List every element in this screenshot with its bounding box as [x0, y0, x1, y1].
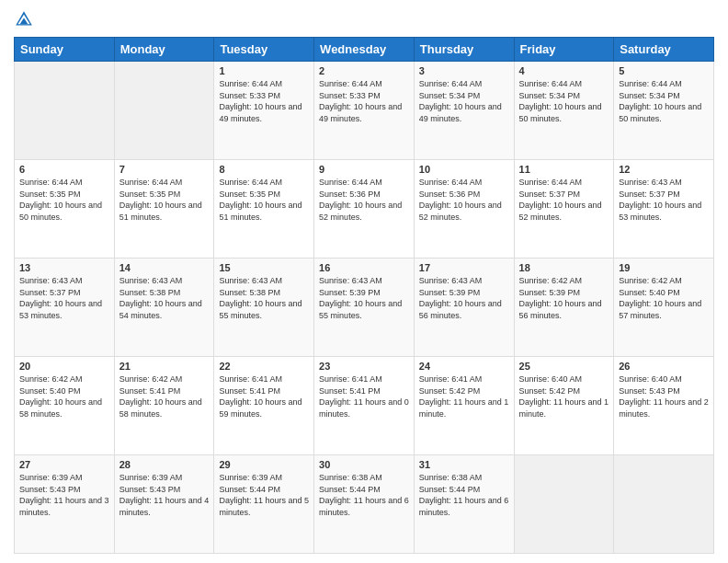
calendar-cell: 7Sunrise: 6:44 AM Sunset: 5:35 PM Daylig…	[114, 160, 214, 259]
calendar-cell	[614, 455, 714, 554]
day-number: 18	[519, 262, 609, 273]
calendar-cell: 3Sunrise: 6:44 AM Sunset: 5:34 PM Daylig…	[414, 62, 514, 160]
calendar-cell: 2Sunrise: 6:44 AM Sunset: 5:33 PM Daylig…	[314, 62, 415, 160]
calendar-week-row: 13Sunrise: 6:43 AM Sunset: 5:37 PM Dayli…	[15, 259, 714, 357]
day-of-week-header: Thursday	[414, 38, 514, 62]
calendar-cell: 6Sunrise: 6:44 AM Sunset: 5:35 PM Daylig…	[15, 160, 115, 259]
calendar-cell: 30Sunrise: 6:38 AM Sunset: 5:44 PM Dayli…	[314, 455, 415, 554]
calendar-week-row: 6Sunrise: 6:44 AM Sunset: 5:35 PM Daylig…	[15, 160, 714, 259]
calendar-header-row: SundayMondayTuesdayWednesdayThursdayFrid…	[15, 38, 714, 62]
day-number: 11	[519, 164, 609, 175]
header	[14, 9, 714, 29]
day-of-week-header: Friday	[514, 38, 614, 62]
calendar-cell	[114, 62, 214, 160]
day-info: Sunrise: 6:43 AM Sunset: 5:38 PM Dayligh…	[119, 275, 210, 321]
day-number: 14	[119, 262, 210, 273]
day-info: Sunrise: 6:43 AM Sunset: 5:38 PM Dayligh…	[219, 275, 309, 321]
day-of-week-header: Tuesday	[214, 38, 314, 62]
day-info: Sunrise: 6:38 AM Sunset: 5:44 PM Dayligh…	[319, 472, 409, 518]
day-info: Sunrise: 6:44 AM Sunset: 5:35 PM Dayligh…	[119, 177, 210, 223]
calendar-cell: 26Sunrise: 6:40 AM Sunset: 5:43 PM Dayli…	[614, 357, 714, 455]
calendar-cell: 1Sunrise: 6:44 AM Sunset: 5:33 PM Daylig…	[214, 62, 314, 160]
day-info: Sunrise: 6:39 AM Sunset: 5:43 PM Dayligh…	[19, 472, 109, 518]
day-of-week-header: Monday	[114, 38, 214, 62]
calendar-cell: 29Sunrise: 6:39 AM Sunset: 5:44 PM Dayli…	[214, 455, 314, 554]
calendar-cell	[514, 455, 614, 554]
day-number: 7	[119, 164, 210, 175]
calendar-cell: 19Sunrise: 6:42 AM Sunset: 5:40 PM Dayli…	[614, 259, 714, 357]
day-info: Sunrise: 6:42 AM Sunset: 5:40 PM Dayligh…	[619, 275, 709, 321]
day-number: 29	[219, 459, 309, 470]
day-number: 1	[219, 65, 309, 76]
day-number: 19	[619, 262, 709, 273]
day-info: Sunrise: 6:44 AM Sunset: 5:34 PM Dayligh…	[519, 78, 609, 124]
day-number: 4	[519, 65, 609, 76]
day-number: 3	[419, 65, 509, 76]
day-number: 28	[119, 459, 210, 470]
day-number: 21	[119, 361, 210, 372]
day-info: Sunrise: 6:39 AM Sunset: 5:43 PM Dayligh…	[119, 472, 210, 518]
calendar-cell: 11Sunrise: 6:44 AM Sunset: 5:37 PM Dayli…	[514, 160, 614, 259]
day-info: Sunrise: 6:40 AM Sunset: 5:43 PM Dayligh…	[619, 373, 709, 419]
day-info: Sunrise: 6:44 AM Sunset: 5:37 PM Dayligh…	[519, 177, 609, 223]
day-info: Sunrise: 6:44 AM Sunset: 5:34 PM Dayligh…	[619, 78, 709, 124]
calendar-cell: 9Sunrise: 6:44 AM Sunset: 5:36 PM Daylig…	[314, 160, 415, 259]
calendar-table: SundayMondayTuesdayWednesdayThursdayFrid…	[14, 37, 714, 554]
day-number: 20	[19, 361, 109, 372]
day-info: Sunrise: 6:39 AM Sunset: 5:44 PM Dayligh…	[219, 472, 309, 518]
day-info: Sunrise: 6:42 AM Sunset: 5:40 PM Dayligh…	[19, 373, 109, 419]
calendar-week-row: 27Sunrise: 6:39 AM Sunset: 5:43 PM Dayli…	[15, 455, 714, 554]
calendar-cell: 18Sunrise: 6:42 AM Sunset: 5:39 PM Dayli…	[514, 259, 614, 357]
day-info: Sunrise: 6:41 AM Sunset: 5:41 PM Dayligh…	[219, 373, 309, 419]
logo-icon	[14, 9, 34, 29]
calendar-cell: 4Sunrise: 6:44 AM Sunset: 5:34 PM Daylig…	[514, 62, 614, 160]
day-number: 26	[619, 361, 709, 372]
day-info: Sunrise: 6:44 AM Sunset: 5:34 PM Dayligh…	[419, 78, 509, 124]
day-number: 31	[419, 459, 509, 470]
calendar-cell: 21Sunrise: 6:42 AM Sunset: 5:41 PM Dayli…	[114, 357, 214, 455]
day-info: Sunrise: 6:44 AM Sunset: 5:33 PM Dayligh…	[219, 78, 309, 124]
day-number: 8	[219, 164, 309, 175]
calendar-cell: 24Sunrise: 6:41 AM Sunset: 5:42 PM Dayli…	[414, 357, 514, 455]
page: SundayMondayTuesdayWednesdayThursdayFrid…	[0, 0, 728, 563]
day-number: 5	[619, 65, 709, 76]
day-number: 13	[19, 262, 109, 273]
day-info: Sunrise: 6:43 AM Sunset: 5:39 PM Dayligh…	[319, 275, 409, 321]
day-number: 17	[419, 262, 509, 273]
calendar-cell: 16Sunrise: 6:43 AM Sunset: 5:39 PM Dayli…	[314, 259, 415, 357]
day-number: 23	[319, 361, 409, 372]
calendar-cell: 14Sunrise: 6:43 AM Sunset: 5:38 PM Dayli…	[114, 259, 214, 357]
day-info: Sunrise: 6:43 AM Sunset: 5:39 PM Dayligh…	[419, 275, 509, 321]
calendar-cell: 31Sunrise: 6:38 AM Sunset: 5:44 PM Dayli…	[414, 455, 514, 554]
day-number: 22	[219, 361, 309, 372]
day-info: Sunrise: 6:44 AM Sunset: 5:35 PM Dayligh…	[219, 177, 309, 223]
calendar-cell: 22Sunrise: 6:41 AM Sunset: 5:41 PM Dayli…	[214, 357, 314, 455]
calendar-cell: 5Sunrise: 6:44 AM Sunset: 5:34 PM Daylig…	[614, 62, 714, 160]
day-number: 2	[319, 65, 409, 76]
calendar-cell: 12Sunrise: 6:43 AM Sunset: 5:37 PM Dayli…	[614, 160, 714, 259]
calendar-cell: 28Sunrise: 6:39 AM Sunset: 5:43 PM Dayli…	[114, 455, 214, 554]
day-info: Sunrise: 6:40 AM Sunset: 5:42 PM Dayligh…	[519, 373, 609, 419]
day-number: 24	[419, 361, 509, 372]
day-info: Sunrise: 6:42 AM Sunset: 5:41 PM Dayligh…	[119, 373, 210, 419]
day-info: Sunrise: 6:43 AM Sunset: 5:37 PM Dayligh…	[19, 275, 109, 321]
day-info: Sunrise: 6:41 AM Sunset: 5:42 PM Dayligh…	[419, 373, 509, 419]
day-of-week-header: Sunday	[15, 38, 115, 62]
day-info: Sunrise: 6:44 AM Sunset: 5:35 PM Dayligh…	[19, 177, 109, 223]
day-info: Sunrise: 6:44 AM Sunset: 5:36 PM Dayligh…	[419, 177, 509, 223]
day-number: 6	[19, 164, 109, 175]
calendar-week-row: 1Sunrise: 6:44 AM Sunset: 5:33 PM Daylig…	[15, 62, 714, 160]
calendar-cell: 8Sunrise: 6:44 AM Sunset: 5:35 PM Daylig…	[214, 160, 314, 259]
day-info: Sunrise: 6:44 AM Sunset: 5:33 PM Dayligh…	[319, 78, 409, 124]
day-number: 10	[419, 164, 509, 175]
calendar-cell: 23Sunrise: 6:41 AM Sunset: 5:41 PM Dayli…	[314, 357, 415, 455]
calendar-cell: 15Sunrise: 6:43 AM Sunset: 5:38 PM Dayli…	[214, 259, 314, 357]
day-of-week-header: Wednesday	[314, 38, 415, 62]
calendar-cell: 10Sunrise: 6:44 AM Sunset: 5:36 PM Dayli…	[414, 160, 514, 259]
calendar-cell: 27Sunrise: 6:39 AM Sunset: 5:43 PM Dayli…	[15, 455, 115, 554]
day-number: 25	[519, 361, 609, 372]
day-number: 27	[19, 459, 109, 470]
day-number: 12	[619, 164, 709, 175]
calendar-cell: 20Sunrise: 6:42 AM Sunset: 5:40 PM Dayli…	[15, 357, 115, 455]
logo	[14, 9, 36, 29]
